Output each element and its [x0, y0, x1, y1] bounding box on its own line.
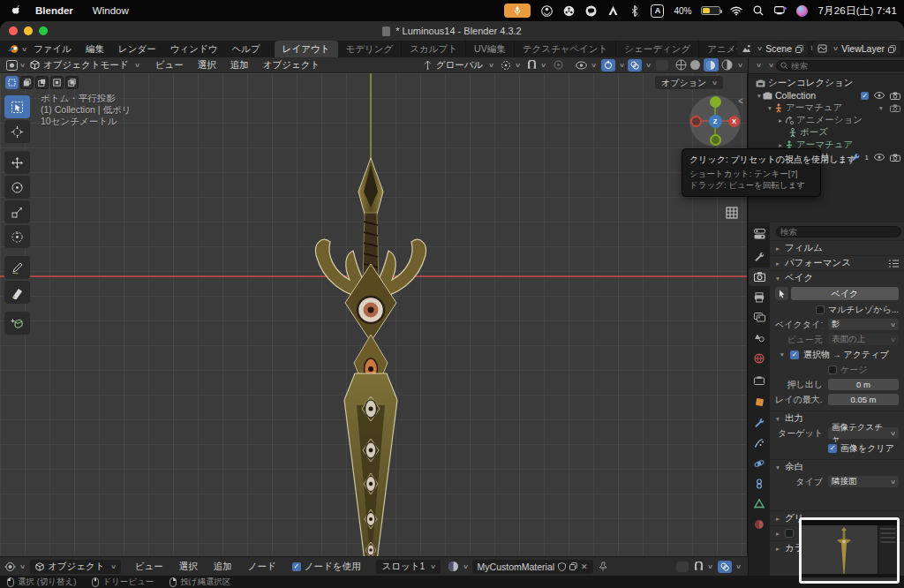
viewport-menu-object[interactable]: オブジェクト [256, 57, 327, 73]
menu-edit[interactable]: 編集 [79, 41, 111, 57]
sidebar-toggle-arrow[interactable]: < [738, 96, 743, 106]
tab-physics[interactable] [749, 454, 770, 472]
tool-transform[interactable] [4, 225, 30, 248]
camera-icon[interactable] [890, 104, 900, 112]
snapping-icon[interactable] [676, 562, 689, 572]
browse-material-dropdown[interactable]: ∨ [448, 561, 468, 572]
transform-orientation-selector[interactable]: グローバル ∨ [423, 59, 494, 72]
select-mode-invert[interactable] [50, 76, 64, 89]
outliner-row-armature-object[interactable]: ▾ アーマチュア ▾ [749, 102, 904, 114]
shading-rendered-icon[interactable] [721, 59, 733, 71]
tab-render[interactable] [749, 268, 770, 286]
select-mode-new[interactable] [5, 76, 19, 89]
gizmos-toggle[interactable]: ∨ [601, 59, 624, 72]
proportional-editing-toggle[interactable] [554, 60, 563, 70]
blender-logo-icon[interactable] [7, 43, 19, 56]
max-ray-field[interactable]: 0.05 m [828, 394, 899, 405]
new-scene-icon[interactable] [795, 45, 803, 53]
fake-user-shield-icon[interactable] [558, 562, 566, 571]
bluetooth-icon[interactable] [629, 4, 641, 17]
material-name-field[interactable]: MyCustomMaterial ✕ [472, 560, 593, 574]
tab-material[interactable] [749, 515, 770, 533]
shading-wireframe-icon[interactable] [675, 59, 687, 71]
select-mode-intersect[interactable] [65, 76, 79, 89]
screen-share-preview[interactable] [799, 517, 900, 584]
tab-output[interactable] [749, 288, 770, 306]
editor-type-icon[interactable] [5, 59, 18, 72]
tool-scale[interactable] [4, 200, 30, 223]
outliner-search-input[interactable] [776, 60, 904, 72]
viewport-menu-view[interactable]: ビュー [148, 57, 191, 73]
tab-world[interactable] [749, 349, 770, 367]
shader-editor-type-icon[interactable] [4, 561, 16, 573]
outliner-row-pose[interactable]: ポーズ [749, 126, 904, 139]
workspace-tab-modeling[interactable]: モデリング [338, 41, 403, 57]
orthographic-toggle-icon[interactable] [726, 207, 738, 219]
zoom-window-button[interactable] [39, 26, 48, 35]
shader-menu-node[interactable]: ノード [241, 558, 283, 575]
collection-checkbox[interactable]: ✓ [861, 92, 869, 100]
cage-checkbox[interactable]: ✓ [828, 366, 837, 374]
properties-search-input[interactable] [776, 226, 901, 237]
bake-button[interactable]: ベイク [791, 287, 899, 300]
target-dropdown[interactable]: 画像テクスチャ∨ [828, 427, 899, 439]
xray-toggle[interactable] [656, 60, 668, 71]
tab-object[interactable] [749, 393, 770, 411]
shading-material-icon[interactable] [704, 58, 719, 72]
panel-bake[interactable]: ▾ベイク [770, 270, 904, 285]
tool-add-cube[interactable] [4, 312, 30, 335]
close-window-button[interactable] [9, 26, 18, 35]
select-mode-subtract[interactable] [35, 76, 49, 89]
navigation-gizmo[interactable]: X Z [689, 95, 741, 147]
menubar-clock[interactable]: 7月26日(土) 7:41 [817, 4, 897, 18]
tab-particles[interactable] [749, 433, 770, 452]
expand-icon[interactable]: ▸ [777, 117, 784, 124]
object-visibility-selector[interactable]: ∨ [576, 61, 596, 70]
chevron-icon[interactable]: ▾ [878, 104, 885, 112]
gizmo-axis-x-neg[interactable] [690, 116, 702, 127]
workspace-tab-uv[interactable]: UV編集 [466, 41, 515, 57]
tab-collection-props[interactable] [749, 371, 770, 389]
viewlayer-selector[interactable]: ∨ ViewLayer [813, 41, 900, 56]
clear-image-checkbox[interactable]: ✓ [828, 444, 837, 453]
margin-type-dropdown[interactable]: 隣接面∨ [828, 476, 899, 487]
menubar-window-menu[interactable]: Window [93, 5, 129, 16]
viewport-menu-select[interactable]: 選択 [191, 57, 223, 73]
properties-editor-type-icon[interactable] [749, 224, 770, 243]
tool-measure[interactable] [4, 281, 30, 304]
tool-rotate[interactable] [4, 176, 30, 199]
menu-file[interactable]: ファイル [26, 41, 79, 57]
viewport-menu-add[interactable]: 追加 [223, 57, 256, 73]
outliner-row-animation[interactable]: ▸ アニメーション [749, 114, 904, 126]
workspace-tab-layout[interactable]: レイアウト [275, 41, 338, 57]
menu-help[interactable]: ヘルプ [225, 41, 267, 57]
menubar-app-name[interactable]: Blender [35, 5, 73, 16]
tool-cursor[interactable] [4, 120, 30, 143]
shader-mode-dropdown[interactable]: オブジェクト ∨ [30, 560, 121, 574]
select-mode-extend[interactable] [20, 76, 34, 89]
siri-icon[interactable] [796, 5, 808, 17]
view-from-dropdown[interactable]: 表面の上∨ [828, 334, 899, 345]
material-slot-dropdown[interactable]: スロット1 ∨ [376, 560, 441, 574]
extrusion-field[interactable]: 0 m [828, 379, 899, 390]
workspace-tab-sculpting[interactable]: スカルプト [402, 41, 466, 57]
microphone-indicator[interactable] [504, 4, 531, 18]
shader-menu-view[interactable]: ビュー [128, 558, 170, 575]
screen-mirroring-icon[interactable] [774, 4, 787, 17]
selected-to-active-checkbox[interactable]: ✓ [790, 351, 799, 359]
copy-material-icon[interactable] [569, 562, 577, 570]
shader-menu-add[interactable]: 追加 [207, 558, 239, 575]
pin-icon[interactable] [599, 562, 607, 571]
eye-icon[interactable] [874, 92, 885, 99]
shader-overlays-toggle[interactable]: ∨ [718, 561, 741, 573]
overlays-toggle[interactable]: ∨ [628, 59, 651, 72]
freestyle-checkbox[interactable]: ✓ [785, 529, 794, 538]
tab-constraints[interactable] [749, 474, 770, 493]
gizmo-axis-y[interactable] [710, 96, 721, 108]
line-app-status-icon[interactable] [584, 4, 597, 17]
panel-margin[interactable]: ▾余白 [770, 459, 904, 474]
expand-icon[interactable]: ▾ [766, 104, 773, 112]
pivot-point-selector[interactable]: ∨ [501, 60, 520, 71]
camera-icon[interactable] [890, 92, 900, 100]
menu-window[interactable]: ウィンドウ [163, 41, 225, 57]
